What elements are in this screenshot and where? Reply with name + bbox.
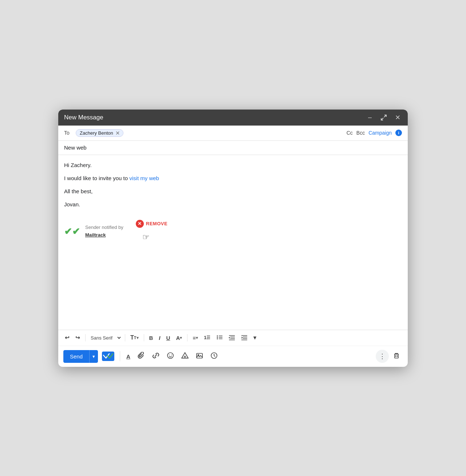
align-button[interactable]: ≡ ▾: [190, 333, 200, 343]
font-size-icon: T: [130, 334, 134, 341]
formatting-toolbar: ↩ ↪ Sans Serif Serif Monospace TT ▾ B I …: [58, 330, 408, 346]
text-formatting-icon: A: [126, 353, 130, 360]
mailtrack-link[interactable]: Mailtrack: [85, 232, 106, 238]
mailtrack-signature: ✔✔ Sender notified by Mailtrack ✕ REMOVE…: [64, 220, 402, 243]
remove-button[interactable]: ✕ REMOVE: [136, 220, 167, 228]
compose-window: New Message – ✕ To Zachery Benton ✕: [58, 110, 408, 367]
redo-button[interactable]: ↪: [73, 333, 82, 343]
text-color-button[interactable]: A ▾: [174, 333, 184, 343]
undo-button[interactable]: ↩: [63, 333, 72, 343]
svg-point-24: [171, 354, 172, 355]
to-row: To Zachery Benton ✕ Cc Bcc Campaign i: [58, 126, 408, 141]
text-color-icon: A: [176, 335, 180, 341]
toolbar-divider-2: [125, 334, 125, 341]
compose-actions: Send ▾ A: [58, 346, 408, 367]
text-formatting-button[interactable]: A: [124, 351, 133, 362]
font-size-arrow: ▾: [137, 336, 139, 340]
image-button[interactable]: [193, 350, 206, 363]
emoji-button[interactable]: [164, 350, 177, 363]
indent-less-button[interactable]: [226, 332, 237, 344]
bold-button[interactable]: B: [147, 333, 155, 343]
actions-right: ⋮: [376, 350, 403, 363]
close-icon: ✕: [395, 114, 400, 122]
delete-icon: [393, 352, 400, 361]
recipient-chip[interactable]: Zachery Benton ✕: [76, 129, 123, 137]
mailtrack-text: Sender notified by Mailtrack: [85, 224, 123, 239]
minimize-icon: –: [368, 114, 372, 121]
body-line4: Jovan.: [64, 200, 402, 209]
drive-button[interactable]: [179, 350, 191, 363]
send-dropdown-button[interactable]: ▾: [89, 350, 98, 363]
body-line2: I would like to invite you to visit my w…: [64, 174, 402, 183]
attach-button[interactable]: [135, 350, 147, 363]
ordered-list-button[interactable]: 1.: [202, 332, 213, 344]
toolbar-divider-4: [187, 334, 187, 341]
send-group: Send ▾: [63, 350, 98, 363]
remove-icon: ✕: [136, 220, 144, 228]
drive-icon: [181, 352, 189, 361]
remove-recipient-button[interactable]: ✕: [115, 130, 120, 136]
text-color-arrow: ▾: [180, 336, 182, 340]
indent-more-button[interactable]: [239, 332, 250, 344]
underline-icon: U: [166, 335, 170, 341]
undo-icon: ↩: [65, 334, 70, 341]
italic-button[interactable]: I: [157, 333, 162, 343]
paperclip-icon: [138, 352, 145, 361]
compose-header: New Message – ✕: [58, 110, 408, 126]
remove-section: ✕ REMOVE ☞: [136, 220, 167, 243]
more-options-icon: ⋮: [379, 352, 386, 360]
body-text: Hi Zachery. I would like to invite you t…: [64, 161, 402, 209]
link-icon: [152, 352, 159, 361]
more-options-button[interactable]: ⋮: [376, 350, 389, 363]
svg-point-8: [217, 338, 218, 339]
body-line1: Hi Zachery.: [64, 161, 402, 170]
underline-button[interactable]: U: [164, 333, 173, 343]
image-icon: [196, 352, 203, 361]
bold-icon: B: [149, 335, 153, 341]
body-line3: All the best,: [64, 187, 402, 196]
delete-button[interactable]: [390, 350, 403, 363]
campaign-link[interactable]: Campaign: [368, 130, 392, 136]
svg-line-21: [155, 354, 157, 357]
mailtrack-logo-button[interactable]: [100, 350, 116, 363]
expand-button[interactable]: [379, 113, 388, 122]
send-button[interactable]: Send: [63, 350, 89, 363]
expand-icon: [380, 114, 387, 121]
body-line2-prefix: I would like to invite you to: [64, 175, 129, 181]
to-label: To: [64, 130, 73, 136]
bcc-label[interactable]: Bcc: [356, 130, 365, 136]
svg-point-22: [167, 353, 173, 358]
send-dropdown-icon: ▾: [92, 354, 95, 359]
campaign-info-icon[interactable]: i: [395, 130, 402, 136]
double-check-icon: ✔✔: [64, 227, 80, 236]
header-actions: – ✕: [366, 113, 402, 122]
compose-body[interactable]: Hi Zachery. I would like to invite you t…: [58, 155, 408, 330]
svg-point-7: [217, 337, 218, 338]
link-button[interactable]: [150, 350, 162, 363]
ordered-list-icon: 1.: [204, 334, 210, 342]
more-formatting-button[interactable]: ▾: [251, 333, 258, 343]
actions-divider-1: [120, 351, 120, 361]
close-button[interactable]: ✕: [393, 113, 402, 122]
unordered-list-icon: [216, 334, 223, 342]
more-formatting-icon: ▾: [253, 334, 256, 341]
subject-input[interactable]: [64, 144, 402, 151]
toolbar-divider-3: [144, 334, 144, 341]
minimize-button[interactable]: –: [366, 113, 374, 122]
toolbar-divider-1: [85, 334, 86, 341]
font-size-button[interactable]: TT ▾: [128, 333, 141, 343]
unordered-list-button[interactable]: [214, 332, 225, 344]
emoji-icon: [167, 352, 174, 361]
schedule-button[interactable]: [208, 350, 220, 363]
compose-title: New Message: [64, 114, 103, 121]
svg-rect-28: [197, 353, 202, 358]
to-row-right: Cc Bcc Campaign i: [347, 130, 402, 136]
body-link[interactable]: visit my web: [129, 175, 159, 181]
svg-rect-31: [395, 354, 398, 358]
align-icon: ≡: [193, 335, 196, 341]
font-family-select[interactable]: Sans Serif Serif Monospace: [88, 333, 122, 342]
indent-more-icon: [241, 334, 248, 342]
align-arrow: ▾: [196, 336, 198, 340]
mailtrack-notified: Sender notified by Mailtrack: [85, 224, 123, 239]
cc-label[interactable]: Cc: [347, 130, 353, 136]
